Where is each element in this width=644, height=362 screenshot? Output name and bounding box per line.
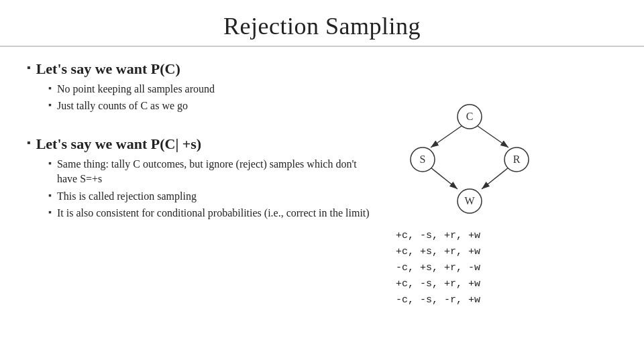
sub-bullet-2-1: ▪ Same thing: tally C outcomes, but igno…: [48, 157, 376, 187]
bullet-section-2: ▪ Let's say we want P(C| +s) ▪ Same thin…: [27, 135, 376, 221]
sub-bullet-marker-1-2: ▪: [48, 100, 52, 111]
samples-list: +c, -s, +r, +w +c, +s, +r, +w -c, +s, +r…: [396, 228, 480, 308]
svg-line-2: [478, 126, 508, 147]
sample-4: +c, -s, +r, +w: [396, 276, 480, 292]
sample-2: +c, +s, +r, +w: [396, 244, 480, 260]
svg-line-4: [482, 168, 508, 189]
main-bullet-2: ▪ Let's say we want P(C| +s): [27, 135, 376, 153]
sub-bullet-text-2-3: It is also consistent for conditional pr…: [57, 206, 370, 221]
node-c-label: C: [466, 111, 474, 122]
sample-1: +c, -s, +r, +w: [396, 228, 480, 244]
left-column: ▪ Let's say we want P(C) ▪ No point keep…: [27, 60, 389, 355]
main-bullet-2-text: Let's say we want P(C| +s): [36, 135, 202, 153]
sample-5: -c, -s, -r, +w: [396, 292, 480, 308]
sub-bullet-text-2-2: This is called rejection sampling: [57, 189, 197, 204]
sub-bullet-2-3: ▪ It is also consistent for conditional …: [48, 206, 376, 221]
section-gap: [27, 122, 376, 135]
node-s-label: S: [420, 154, 426, 165]
content: ▪ Let's say we want P(C) ▪ No point keep…: [0, 47, 644, 362]
bullet-marker-1: ▪: [27, 62, 31, 74]
svg-line-1: [431, 126, 462, 147]
node-r-label: R: [513, 154, 521, 165]
right-column: C S R W +c, -s, +r, +w +c, +s, +r, +w -c…: [389, 60, 617, 355]
sub-bullets-2: ▪ Same thing: tally C outcomes, but igno…: [48, 157, 376, 221]
main-bullet-1: ▪ Let's say we want P(C): [27, 60, 376, 78]
page-title: Rejection Sampling: [27, 12, 617, 40]
sub-bullet-text-1-2: Just tally counts of C as we go: [57, 99, 188, 113]
sub-bullet-marker-2-2: ▪: [48, 190, 52, 201]
graph-svg: C S R W: [402, 101, 537, 215]
header: Rejection Sampling: [0, 0, 644, 47]
svg-line-3: [431, 168, 458, 189]
main-bullet-1-text: Let's say we want P(C): [36, 60, 180, 78]
page: Rejection Sampling ▪ Let's say we want P…: [0, 0, 644, 362]
sub-bullet-text-1-1: No point keeping all samples around: [57, 82, 215, 97]
sub-bullet-1-1: ▪ No point keeping all samples around: [48, 82, 376, 97]
sub-bullet-2-2: ▪ This is called rejection sampling: [48, 189, 376, 204]
graph-container: C S R W: [402, 101, 523, 208]
sub-bullets-1: ▪ No point keeping all samples around ▪ …: [48, 82, 376, 114]
sub-bullet-marker-2-3: ▪: [48, 207, 52, 218]
sub-bullet-marker-1-1: ▪: [48, 83, 52, 94]
node-w-label: W: [464, 195, 475, 206]
sample-3: -c, +s, +r, -w: [396, 260, 480, 276]
bullet-marker-2: ▪: [27, 137, 31, 149]
sub-bullet-1-2: ▪ Just tally counts of C as we go: [48, 99, 376, 113]
sub-bullet-marker-2-1: ▪: [48, 158, 52, 169]
bullet-section-1: ▪ Let's say we want P(C) ▪ No point keep…: [27, 60, 376, 114]
sub-bullet-text-2-1: Same thing: tally C outcomes, but ignore…: [57, 157, 376, 187]
